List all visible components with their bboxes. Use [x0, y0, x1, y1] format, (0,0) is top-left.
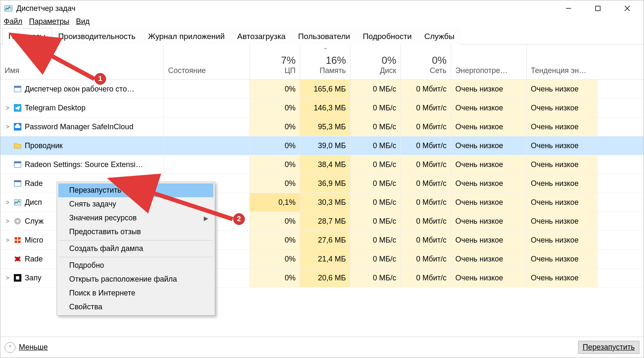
- tab-performance[interactable]: Производительность: [52, 28, 142, 44]
- cell-network: 0 Мбит/с: [401, 80, 451, 98]
- svg-rect-2: [596, 6, 600, 11]
- svg-point-21: [15, 256, 16, 258]
- tab-processes[interactable]: Процессы: [2, 28, 52, 44]
- tab-details[interactable]: Подробности: [356, 28, 418, 44]
- svg-point-22: [19, 256, 21, 258]
- cell-memory: 36,9 МБ: [300, 174, 351, 193]
- cell-power-trend: Очень низкое: [527, 118, 598, 136]
- cell-disk: 0 МБ/с: [351, 155, 401, 174]
- fewer-details-button[interactable]: ⌃ Меньше: [5, 342, 48, 353]
- process-icon: [14, 255, 21, 263]
- cell-power-trend: Очень низкое: [527, 250, 598, 268]
- close-button[interactable]: [613, 0, 642, 16]
- window-title: Диспетчер задач: [16, 4, 75, 13]
- table-row[interactable]: >Password Manager SafeInCloud0%95,3 МБ0 …: [0, 118, 644, 136]
- context-menu: Перезапустить Снять задачу Значения ресу…: [57, 182, 215, 316]
- cell-power-trend: Очень низкое: [527, 212, 598, 230]
- cell-memory: 20,6 МБ: [300, 269, 351, 287]
- restart-button[interactable]: Перезапустить: [578, 341, 639, 354]
- cell-disk: 0 МБ/с: [351, 193, 401, 212]
- tab-services[interactable]: Службы: [418, 28, 461, 44]
- ctx-search-online[interactable]: Поиск в Интернете: [58, 286, 213, 300]
- menu-options[interactable]: Параметры: [29, 17, 69, 26]
- svg-rect-17: [18, 237, 21, 240]
- cell-network: 0 Мбит/с: [401, 231, 451, 249]
- expand-icon[interactable]: >: [5, 123, 10, 130]
- svg-point-23: [15, 260, 16, 261]
- col-network[interactable]: 0%Сеть: [401, 44, 451, 79]
- cell-disk: 0 МБ/с: [351, 136, 401, 155]
- title-bar: Диспетчер задач: [0, 0, 644, 16]
- expand-icon[interactable]: >: [5, 105, 10, 111]
- table-row[interactable]: Проводник0%39,0 МБ0 МБ/с0 Мбит/сОчень ни…: [0, 136, 644, 155]
- process-icon: [14, 236, 21, 244]
- col-status[interactable]: Состояние: [164, 44, 250, 79]
- menu-view[interactable]: Вид: [76, 17, 90, 26]
- ctx-restart[interactable]: Перезапустить: [58, 183, 213, 197]
- col-power[interactable]: Энергопотре…: [451, 44, 527, 79]
- process-name: Rade: [25, 255, 43, 264]
- cell-network: 0 Мбит/с: [401, 212, 451, 230]
- cell-power-trend: Очень низкое: [527, 80, 598, 98]
- process-icon: [14, 217, 21, 225]
- minimize-button[interactable]: [554, 0, 583, 16]
- col-disk[interactable]: 0%Диск: [351, 44, 401, 79]
- ctx-feedback[interactable]: Предоставить отзыв: [58, 225, 213, 239]
- cell-power-trend: Очень низкое: [527, 193, 598, 212]
- ctx-details[interactable]: Подробно: [58, 259, 213, 272]
- col-power-trend[interactable]: Тенденция эн…: [527, 44, 598, 79]
- cell-disk: 0 МБ/с: [351, 118, 401, 136]
- process-icon: [14, 123, 21, 131]
- cell-cpu: 0,1%: [250, 193, 300, 212]
- svg-point-24: [19, 260, 21, 261]
- footer: ⌃ Меньше Перезапустить: [0, 337, 644, 358]
- cell-network: 0 Мбит/с: [401, 174, 451, 193]
- expand-icon[interactable]: >: [5, 218, 10, 225]
- cell-cpu: 0%: [250, 269, 300, 287]
- cell-status: [164, 155, 250, 174]
- cell-memory: 39,0 МБ: [300, 136, 351, 155]
- cell-power: Очень низкое: [451, 269, 527, 287]
- cell-status: [164, 118, 250, 136]
- expand-icon[interactable]: >: [5, 199, 10, 206]
- cell-disk: 0 МБ/с: [351, 99, 401, 117]
- cell-network: 0 Мбит/с: [401, 155, 451, 174]
- ctx-separator: [59, 257, 213, 257]
- cell-power-trend: Очень низкое: [527, 155, 598, 174]
- cell-disk: 0 МБ/с: [351, 269, 401, 287]
- table-row[interactable]: Radeon Settings: Source Extensi…0%38,4 М…: [0, 155, 644, 174]
- expand-icon[interactable]: >: [5, 274, 10, 281]
- col-cpu[interactable]: 7%ЦП: [250, 44, 300, 79]
- cell-cpu: 0%: [250, 99, 300, 117]
- process-name: Проводник: [25, 141, 62, 150]
- ctx-separator: [59, 240, 213, 240]
- col-memory[interactable]: ⌄16%Память: [300, 44, 351, 79]
- cell-disk: 0 МБ/с: [351, 231, 401, 249]
- cell-cpu: 0%: [250, 212, 300, 230]
- ctx-resource-values[interactable]: Значения ресурсов▶: [58, 211, 213, 225]
- ctx-open-location[interactable]: Открыть расположение файла: [58, 272, 213, 286]
- tab-users[interactable]: Пользователи: [292, 28, 356, 44]
- cell-cpu: 0%: [250, 80, 300, 98]
- expand-icon[interactable]: >: [5, 237, 10, 243]
- ctx-create-dump[interactable]: Создать файл дампа: [58, 242, 213, 256]
- cell-memory: 21,4 МБ: [300, 250, 351, 268]
- maximize-button[interactable]: [583, 0, 613, 16]
- process-name: Диспетчер окон рабочего сто…: [25, 85, 135, 94]
- menu-file[interactable]: Файл: [4, 17, 22, 26]
- cell-power: Очень низкое: [451, 136, 527, 155]
- col-name[interactable]: Имя: [0, 44, 164, 79]
- ctx-end-task[interactable]: Снять задачу: [58, 197, 213, 211]
- cell-network: 0 Мбит/с: [401, 118, 451, 136]
- table-row[interactable]: >Telegram Desktop0%146,3 МБ0 МБ/с0 Мбит/…: [0, 99, 644, 118]
- window-controls: [554, 0, 642, 16]
- cell-name: Radeon Settings: Source Extensi…: [0, 155, 164, 174]
- cell-power-trend: Очень низкое: [527, 231, 598, 249]
- process-icon: [14, 180, 21, 187]
- ctx-properties[interactable]: Свойства: [58, 300, 213, 314]
- cell-network: 0 Мбит/с: [401, 269, 451, 287]
- tab-startup[interactable]: Автозагрузка: [231, 28, 292, 44]
- cell-cpu: 0%: [250, 231, 300, 249]
- tab-app-history[interactable]: Журнал приложений: [142, 28, 231, 44]
- cell-cpu: 0%: [250, 250, 300, 268]
